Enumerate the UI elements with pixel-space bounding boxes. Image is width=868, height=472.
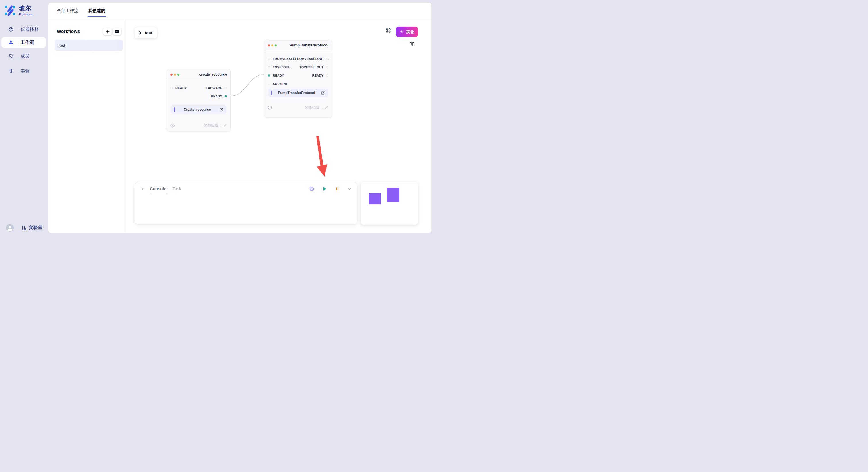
workflows-header: Workflows: [57, 28, 121, 35]
port-handle[interactable]: [268, 66, 270, 68]
sidebar: 玻尔 Bohrium 仪器耗材 工作流: [0, 0, 48, 236]
port-label: READY: [211, 95, 222, 98]
edit-icon[interactable]: [220, 107, 224, 111]
node-action-button[interactable]: Create_resource: [171, 105, 226, 113]
sidebar-item-label: 工作流: [20, 40, 34, 45]
dot-yellow: [271, 44, 273, 46]
pencil-icon: [324, 105, 329, 109]
command-palette-icon[interactable]: ⌘: [385, 27, 391, 34]
sidebar-item-workflows[interactable]: 工作流: [1, 37, 46, 48]
save-icon: [309, 186, 314, 191]
port-output-fromvesselout: FROMVESSELOUT: [295, 57, 329, 61]
lab-switcher[interactable]: 实验室: [21, 225, 42, 231]
workflow-list-item-test[interactable]: test: [55, 40, 123, 51]
lab-label: 实验室: [29, 225, 42, 231]
dot-green: [275, 44, 277, 46]
port-row: READY LABWARE: [167, 84, 230, 92]
sidebar-item-members[interactable]: 成员: [0, 49, 48, 63]
pause-icon: [335, 187, 340, 191]
port-input-ready: READY: [170, 86, 187, 90]
sidebar-item-instruments[interactable]: 仪器耗材: [0, 23, 48, 36]
console-tab-label: Console: [150, 187, 166, 191]
dot-green: [177, 74, 179, 76]
avatar[interactable]: [6, 224, 14, 232]
beautify-label: 美化: [406, 29, 414, 35]
info-icon[interactable]: [268, 105, 272, 109]
sidebar-item-experiments[interactable]: 实验: [0, 65, 48, 78]
sparkles-icon: [400, 30, 404, 34]
beautify-button[interactable]: 美化: [396, 27, 418, 37]
node-ports: READY LABWARE READY: [167, 80, 230, 100]
info-icon[interactable]: [170, 124, 175, 128]
content-row: Workflows test: [48, 19, 431, 233]
port-label: FROMVESSEL: [273, 57, 295, 61]
console-tab-console[interactable]: Console: [149, 183, 167, 194]
team-icon: [8, 40, 14, 45]
chevron-right-icon: [138, 31, 142, 35]
filter-icon[interactable]: [410, 41, 415, 47]
breadcrumb[interactable]: test: [135, 27, 157, 38]
sidebar-item-label: 实验: [20, 68, 30, 74]
workflow-item-label: test: [58, 43, 65, 48]
port-output-ready: READY: [312, 74, 329, 77]
package-icon: [8, 26, 14, 32]
node-action-button[interactable]: PumpTransferProtocol: [268, 89, 328, 97]
port-row: READY READY: [265, 71, 332, 79]
workflows-actions: [103, 28, 121, 35]
description-placeholder-group[interactable]: 添加描述...: [305, 105, 329, 110]
tab-created-by-me[interactable]: 我创建的: [88, 3, 105, 19]
run-button[interactable]: [322, 186, 327, 192]
dot-red: [170, 74, 173, 76]
console-actions: [309, 186, 352, 192]
pause-button[interactable]: [335, 187, 340, 191]
add-workflow-button[interactable]: [103, 28, 112, 35]
node-header: PumpTransferProtocol: [265, 40, 332, 51]
workflow-tabs: 全部工作流 我创建的: [48, 3, 431, 19]
tab-label: 我创建的: [88, 8, 105, 13]
sidebar-item-label: 仪器耗材: [20, 26, 39, 32]
port-label: READY: [175, 86, 187, 90]
port-handle[interactable]: [326, 74, 329, 76]
collapse-button[interactable]: [347, 187, 352, 191]
port-row: SOLVENT: [265, 79, 332, 88]
port-handle[interactable]: [327, 58, 329, 60]
save-button[interactable]: [309, 186, 314, 191]
dot-yellow: [174, 74, 176, 76]
port-input-fromvessel: FROMVESSEL: [268, 57, 295, 61]
brand: 玻尔 Bohrium: [4, 4, 32, 16]
node-create-resource[interactable]: create_resource READY LABWARE: [167, 69, 231, 132]
brand-text: 玻尔 Bohrium: [19, 4, 32, 16]
workflow-canvas[interactable]: test ⌘ 美化: [125, 19, 431, 233]
node-title: create_resource: [199, 72, 227, 76]
console-header: Console Task: [135, 182, 357, 195]
node-action-label: PumpTransferProtocol: [272, 91, 321, 95]
node-title: PumpTransferProtocol: [290, 43, 329, 47]
node-pump-transfer-protocol[interactable]: PumpTransferProtocol FROMVESSEL FROMVESS…: [264, 40, 332, 117]
port-handle[interactable]: [268, 58, 270, 60]
breadcrumb-label: test: [145, 30, 152, 35]
description-placeholder: 添加描述...: [204, 123, 221, 128]
minimap[interactable]: [361, 182, 418, 225]
tab-all-workflows[interactable]: 全部工作流: [57, 3, 79, 19]
node-footer: 添加描述...: [170, 123, 227, 128]
port-output-tovesselout: TOVESSELOUT: [299, 65, 329, 69]
import-folder-button[interactable]: [113, 28, 121, 35]
port-label: READY: [273, 74, 284, 77]
port-handle[interactable]: [326, 66, 329, 68]
description-placeholder-group[interactable]: 添加描述...: [204, 123, 227, 128]
minimap-node-create-resource: [369, 193, 381, 204]
port-handle[interactable]: [170, 87, 173, 89]
bohrium-logo-icon: [4, 5, 16, 16]
expand-chevron-icon[interactable]: [141, 187, 144, 191]
sidebar-nav: 仪器耗材 工作流 成员: [0, 23, 48, 78]
port-handle-connected[interactable]: [225, 95, 227, 98]
edit-icon[interactable]: [321, 91, 325, 95]
port-handle-connected[interactable]: [268, 74, 270, 76]
port-handle[interactable]: [268, 82, 270, 85]
console-tab-task[interactable]: Task: [172, 183, 182, 194]
port-handle[interactable]: [225, 87, 227, 89]
traffic-light-dots: [170, 74, 179, 76]
dot-red: [268, 44, 270, 46]
port-label: TOVESSELOUT: [299, 65, 323, 69]
port-label: READY: [312, 74, 323, 77]
